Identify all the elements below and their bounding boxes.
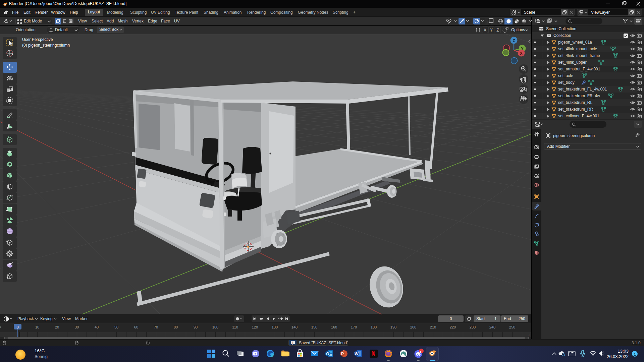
svg-text:i: i bbox=[292, 341, 293, 345]
svg-text:P: P bbox=[341, 352, 344, 356]
svg-text:O: O bbox=[326, 352, 329, 356]
svg-text:W: W bbox=[355, 352, 359, 356]
svg-text:X: X bbox=[520, 51, 523, 55]
svg-text:Z: Z bbox=[513, 39, 515, 43]
